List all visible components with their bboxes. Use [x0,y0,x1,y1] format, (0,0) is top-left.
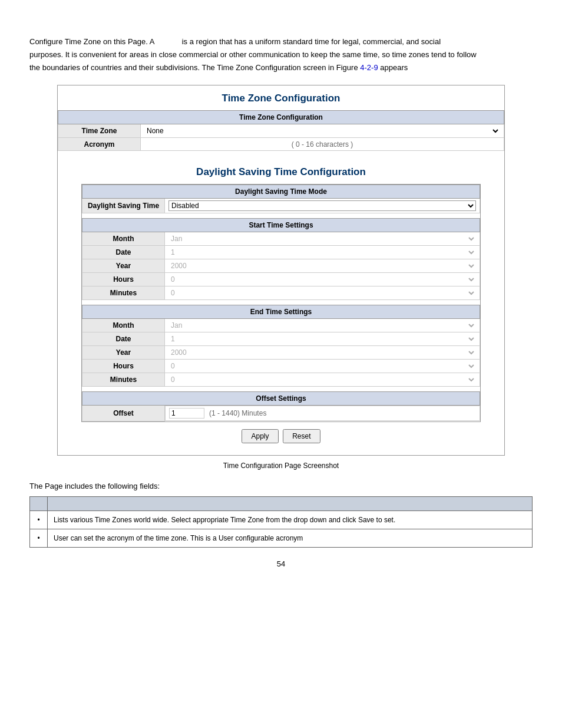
intro-text-4: the boundaries of countries and their su… [29,63,358,72]
acronym-value[interactable]: ( 0 - 16 characters ) [141,138,504,151]
start-year-select[interactable]: 2000 [168,261,476,271]
dst-title: Daylight Saving Time Configuration [81,160,481,184]
offset-table: Offset Settings Offset (1 - 1440) Minute… [82,391,480,421]
acronym-hint: ( 0 - 16 characters ) [292,140,353,149]
start-month-row: Month Jan [82,232,480,246]
dst-mode-header: Daylight Saving Time Mode [82,185,480,199]
start-month-select[interactable]: Jan [168,234,476,243]
intro-text-3: purposes. It is convenient for areas in … [29,50,477,59]
dst-mode-value[interactable]: Disabled [165,199,480,213]
end-date-select[interactable]: 1 [168,334,476,344]
end-hours-label: Hours [82,360,165,373]
table-row-1: • Lists various Time Zones world wide. S… [30,510,533,529]
start-hours-row: Hours 0 [82,273,480,286]
end-minutes-value[interactable]: 0 [165,373,480,387]
end-time-table: End Time Settings Month Jan Date 1 [82,305,480,387]
timezone-label: Time Zone [58,124,141,138]
start-hours-label: Hours [82,273,165,286]
dst-mode-select[interactable]: Disabled [168,200,476,211]
timezone-value[interactable]: None [141,124,504,138]
intro-text-1: Configure Time Zone on this Page. A [29,37,154,46]
start-time-header-row: Start Time Settings [82,219,480,232]
description-1: Lists various Time Zones world wide. Sel… [48,510,533,529]
header-col1 [30,496,48,510]
end-hours-select[interactable]: 0 [168,361,476,371]
config-box: Time Zone Configuration Time Zone Config… [57,85,505,456]
end-year-label: Year [82,346,165,360]
offset-header-row: Offset Settings [82,392,480,406]
start-date-row: Date 1 [82,246,480,259]
reset-button[interactable]: Reset [283,429,320,443]
start-year-label: Year [82,259,165,273]
intro-paragraph: Configure Time Zone on this Page. A is a… [29,35,533,74]
end-minutes-select[interactable]: 0 [168,375,476,384]
start-minutes-label: Minutes [82,286,165,300]
end-month-select[interactable]: Jan [168,321,476,330]
end-year-row: Year 2000 [82,346,480,360]
start-month-label: Month [82,232,165,246]
intro-text-5: appears [380,63,408,72]
offset-hint: (1 - 1440) Minutes [209,409,266,417]
timezone-field-row: Time Zone None [58,124,504,138]
start-date-select[interactable]: 1 [168,248,476,257]
acronym-label: Acronym [58,138,141,151]
dst-section: Daylight Saving Time Configuration Dayli… [81,160,481,422]
dst-mode-field-row: Daylight Saving Time Disabled [82,199,480,213]
end-time-header-row: End Time Settings [82,305,480,319]
intro-text-2: is a region that has a uniform standard … [182,37,441,46]
end-month-label: Month [82,319,165,332]
end-date-row: Date 1 [82,332,480,346]
description-2: User can set the acronym of the time zon… [48,529,533,547]
offset-label: Offset [82,406,165,421]
end-minutes-label: Minutes [82,373,165,387]
end-month-value[interactable]: Jan [165,319,480,332]
start-hours-select[interactable]: 0 [168,275,476,284]
fields-table: • Lists various Time Zones world wide. S… [29,496,533,548]
dst-mode-label: Daylight Saving Time [82,199,165,213]
start-minutes-select[interactable]: 0 [168,288,476,298]
figure-link[interactable]: 4-2-9 [360,63,378,72]
acronym-field-row: Acronym ( 0 - 16 characters ) [58,138,504,151]
start-hours-value[interactable]: 0 [165,273,480,286]
timezone-select[interactable]: None [144,126,500,136]
end-month-row: Month Jan [82,319,480,332]
start-year-row: Year 2000 [82,259,480,273]
bullet-1: • [30,510,48,529]
dst-inner-box: Daylight Saving Time Mode Daylight Savin… [81,184,481,422]
start-time-table: Start Time Settings Month Jan Date 1 [82,218,480,300]
end-year-select[interactable]: 2000 [168,348,476,357]
fields-table-header [30,496,533,510]
buttons-row: Apply Reset [58,422,504,446]
start-minutes-value[interactable]: 0 [165,286,480,300]
start-year-value[interactable]: 2000 [165,259,480,273]
end-hours-value[interactable]: 0 [165,360,480,373]
start-minutes-row: Minutes 0 [82,286,480,300]
page-includes-text: The Page includes the following fields: [29,482,533,490]
offset-input[interactable] [169,408,204,419]
page-number: 54 [29,559,533,568]
config-main-title: Time Zone Configuration [58,85,504,110]
end-date-value[interactable]: 1 [165,332,480,346]
end-minutes-row: Minutes 0 [82,373,480,387]
dst-mode-header-row: Daylight Saving Time Mode [82,185,480,199]
offset-value[interactable]: (1 - 1440) Minutes [165,406,480,421]
dst-mode-table: Daylight Saving Time Mode Daylight Savin… [82,185,480,213]
apply-button[interactable]: Apply [242,429,278,443]
offset-header: Offset Settings [82,392,480,406]
start-month-value[interactable]: Jan [165,232,480,246]
start-date-value[interactable]: 1 [165,246,480,259]
start-date-label: Date [82,246,165,259]
header-col2 [48,496,533,510]
timezone-header-row: Time Zone Configuration [58,111,504,124]
end-time-header: End Time Settings [82,305,480,319]
table-row-2: • User can set the acronym of the time z… [30,529,533,547]
end-hours-row: Hours 0 [82,360,480,373]
offset-field-row: Offset (1 - 1440) Minutes [82,406,480,421]
end-date-label: Date [82,332,165,346]
caption: Time Configuration Page Screenshot [29,462,533,470]
timezone-config-table: Time Zone Configuration Time Zone None A… [58,110,504,151]
start-time-header: Start Time Settings [82,219,480,232]
end-year-value[interactable]: 2000 [165,346,480,360]
timezone-section-header: Time Zone Configuration [58,111,504,124]
bullet-2: • [30,529,48,547]
